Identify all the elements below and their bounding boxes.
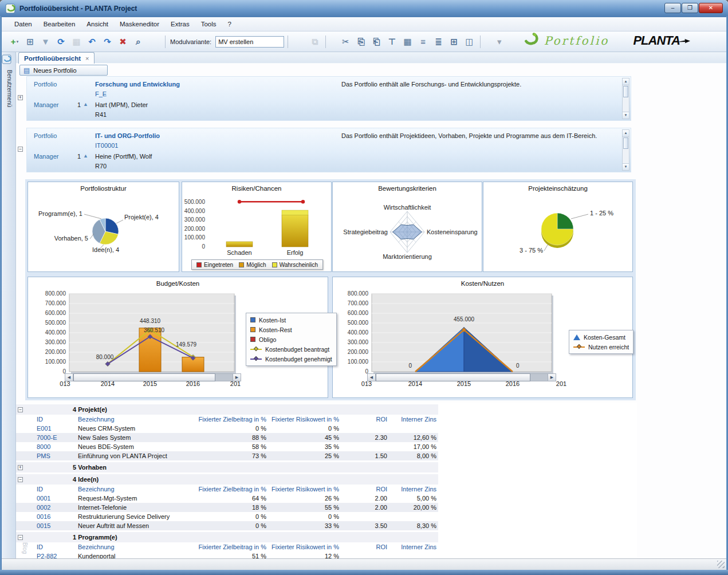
legend-label: Obligo bbox=[259, 336, 276, 343]
save-icon[interactable]: ▦ bbox=[69, 35, 84, 49]
table-row[interactable]: 8000Neues BDE-System58 %35 %17,00 % bbox=[16, 442, 438, 451]
cell-id[interactable]: 8000 bbox=[35, 443, 75, 450]
close-button[interactable]: ✕ bbox=[699, 3, 723, 13]
resource-grid-icon[interactable]: ◫ bbox=[462, 35, 477, 49]
scroll-track[interactable] bbox=[530, 374, 548, 381]
scroll-left-button[interactable]: ◀ bbox=[65, 374, 73, 381]
refresh-icon[interactable]: ⟳ bbox=[54, 35, 68, 49]
copy-module-variant-icon[interactable]: ⧉ bbox=[308, 35, 322, 49]
scroll-thumb[interactable] bbox=[623, 137, 628, 149]
column-header: Fixierter Risikowert in % bbox=[266, 416, 339, 423]
modulvariante-input[interactable] bbox=[215, 36, 284, 48]
undo-icon[interactable]: ↶ bbox=[85, 35, 99, 49]
neues-portfolio-label: Neues Portfolio bbox=[33, 67, 76, 74]
table-group-row[interactable]: −4 Projekt(e) bbox=[16, 404, 438, 415]
menu-item-daten[interactable]: Daten bbox=[9, 18, 38, 30]
scroll-up-button[interactable]: ▲ bbox=[623, 78, 629, 85]
user-menu-icon[interactable] bbox=[2, 54, 11, 64]
cell-id[interactable]: 0016 bbox=[35, 513, 75, 520]
promote-icon[interactable]: ⊤ bbox=[385, 35, 399, 49]
collapse-icon[interactable]: − bbox=[18, 535, 23, 540]
expand-icon[interactable]: + bbox=[18, 95, 23, 100]
status-bar bbox=[2, 558, 726, 570]
column-header: Fixierter Risikowert in % bbox=[266, 544, 339, 550]
cell-id[interactable]: PMS bbox=[35, 452, 75, 459]
portfolio-name-link[interactable]: Forschung und Entwicklung bbox=[95, 81, 180, 88]
menu-item-maskeneditor[interactable]: Maskeneditor bbox=[114, 18, 165, 30]
filter-icon[interactable]: ▼ bbox=[38, 35, 53, 49]
portfolio-id-link[interactable]: IT00001 bbox=[95, 142, 118, 149]
redo-icon[interactable]: ↷ bbox=[100, 35, 115, 49]
numbered-list-icon[interactable]: ≣ bbox=[431, 35, 446, 49]
collapse-icon[interactable]: − bbox=[18, 407, 23, 412]
kosten-nutzen-scrollbar[interactable]: ◀▶ bbox=[367, 373, 556, 381]
menu-item-extras[interactable]: Extras bbox=[165, 18, 195, 30]
scroll-up-button[interactable]: ▲ bbox=[623, 130, 629, 137]
collapse-icon[interactable]: − bbox=[18, 477, 23, 482]
scroll-right-button[interactable]: ▶ bbox=[233, 374, 241, 381]
neues-portfolio-button[interactable]: ▤ Neues Portfolio bbox=[19, 65, 108, 76]
scroll-thumb[interactable] bbox=[623, 86, 628, 97]
add-dropdown-icon[interactable]: ▾ bbox=[17, 40, 19, 44]
panel-scrollbar[interactable]: ▲▼ bbox=[622, 129, 629, 171]
add-icon[interactable]: +▾ bbox=[7, 35, 22, 49]
scroll-down-button[interactable]: ▼ bbox=[623, 112, 629, 119]
preview-icon[interactable]: ⌕ bbox=[131, 35, 145, 49]
scroll-right-button[interactable]: ▶ bbox=[548, 374, 556, 381]
user-menu-sidebar[interactable]: Benutzermenü bbox=[2, 52, 16, 558]
table-row[interactable]: 0002Internet-Telefonie18 %55 %2.0020,00 … bbox=[16, 503, 438, 512]
table-row[interactable]: E001Neues CRM-System0 %0 % bbox=[16, 424, 438, 433]
portfolio-id-link[interactable]: F_E bbox=[95, 90, 107, 97]
svg-text:600.000: 600.000 bbox=[45, 310, 66, 316]
planta-arrow-icon bbox=[676, 38, 690, 44]
table-row[interactable]: 0015Neuer Auftritt auf Messen0 %33 %3.50… bbox=[16, 521, 438, 530]
chart-title: Budget/Kosten bbox=[28, 280, 328, 287]
maximize-button[interactable]: ❐ bbox=[682, 3, 698, 13]
toolbar-group-overflow: ▾ bbox=[492, 35, 506, 49]
cell-id[interactable]: E001 bbox=[35, 425, 75, 432]
cell-id[interactable]: 7000-E bbox=[35, 434, 75, 441]
scroll-thumb[interactable] bbox=[376, 373, 530, 381]
list-view-icon[interactable]: ≡ bbox=[416, 35, 430, 49]
tab-close-icon[interactable]: × bbox=[85, 55, 89, 62]
table-row[interactable]: 7000-ENew Sales System88 %45 %2.3012,60 … bbox=[16, 433, 438, 442]
scroll-thumb[interactable] bbox=[73, 373, 215, 381]
insert-after-icon[interactable]: ⎗ bbox=[369, 35, 384, 49]
expand-icon[interactable]: + bbox=[18, 465, 23, 470]
toolbar-overflow-icon[interactable]: ▾ bbox=[492, 35, 506, 49]
cell-id[interactable]: 0002 bbox=[35, 504, 75, 511]
resize-grip[interactable] bbox=[717, 561, 725, 568]
delete-icon[interactable]: ✖ bbox=[116, 35, 130, 49]
portfolio-name-link[interactable]: IT- und ORG-Portfolio bbox=[95, 132, 160, 139]
cut-icon[interactable]: ✂ bbox=[339, 35, 353, 49]
cell-id[interactable]: 0015 bbox=[35, 522, 75, 529]
scroll-track[interactable] bbox=[215, 374, 233, 381]
column-header: Interner Zins bbox=[387, 486, 436, 493]
panel-scrollbar[interactable]: ▲▼ bbox=[622, 78, 629, 119]
table-row[interactable]: P2-882Kundenportal51 %12 % bbox=[16, 552, 438, 558]
table-row[interactable]: 0016Restrukturierung Sevice Delivery0 %0… bbox=[16, 512, 438, 521]
menu-item-bearbeiten[interactable]: Bearbeiten bbox=[38, 18, 81, 30]
table-group-row[interactable]: −1 Programm(e) bbox=[16, 532, 438, 542]
cell-id[interactable]: P2-882 bbox=[35, 553, 75, 558]
table-row[interactable]: PMSEinführung von PLANTA Project73 %25 %… bbox=[16, 451, 438, 460]
scroll-left-button[interactable]: ◀ bbox=[368, 374, 376, 381]
cell: 45 % bbox=[266, 434, 339, 441]
title-bar[interactable]: Portfolioübersicht - PLANTA Project –❐✕ bbox=[0, 0, 728, 17]
menu-item-tools[interactable]: Tools bbox=[195, 18, 222, 30]
insert-before-icon[interactable]: ⎘ bbox=[354, 35, 368, 49]
scroll-down-button[interactable]: ▼ bbox=[623, 163, 629, 170]
table-row[interactable]: 0001Request-Mgt-System64 %26 %2.005,00 % bbox=[16, 494, 438, 503]
menu-item-help[interactable]: ? bbox=[222, 18, 237, 30]
table-group-row[interactable]: −4 Idee(n) bbox=[16, 474, 438, 485]
collapse-icon[interactable]: − bbox=[18, 147, 23, 152]
tab-portfoliouebersicht[interactable]: Portfolioübersicht × bbox=[18, 52, 95, 64]
chart-view-icon[interactable]: ▦ bbox=[400, 35, 415, 49]
minimize-button[interactable]: – bbox=[664, 3, 681, 13]
cell-id[interactable]: 0001 bbox=[35, 495, 75, 502]
grid-add-icon[interactable]: ⊞ bbox=[447, 35, 461, 49]
open-module-icon[interactable]: ⊞ bbox=[23, 35, 37, 49]
table-group-row[interactable]: +5 Vorhaben bbox=[16, 462, 438, 472]
menu-item-ansicht[interactable]: Ansicht bbox=[81, 18, 114, 30]
budget-kosten-scrollbar[interactable]: ◀▶ bbox=[65, 373, 241, 381]
